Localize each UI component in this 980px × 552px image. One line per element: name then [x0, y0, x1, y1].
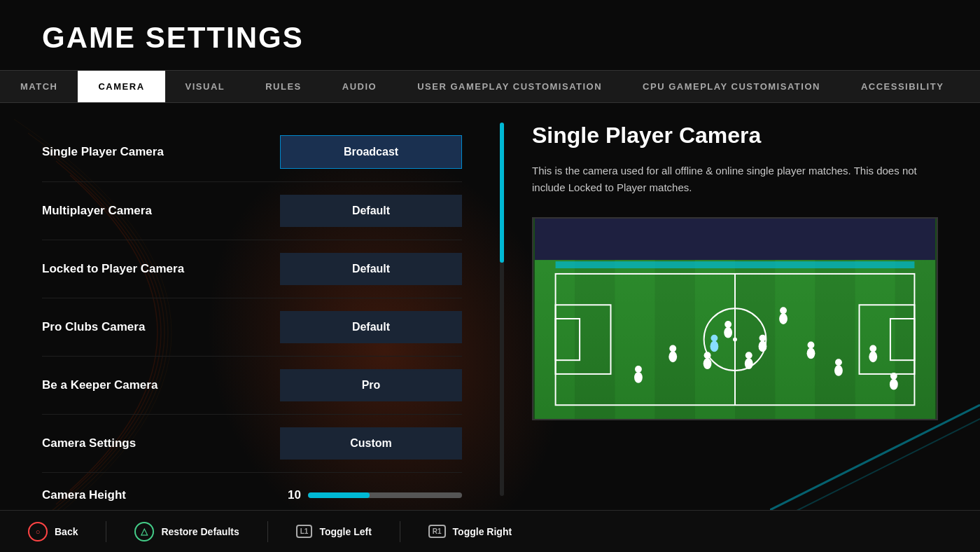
svg-rect-6 [535, 260, 575, 419]
control-hint-toggle-left: L1 Toggle Left [296, 525, 372, 538]
svg-point-37 [869, 345, 876, 352]
main-content: Single Player Camera Broadcast Multiplay… [0, 109, 980, 510]
tab-audio[interactable]: AUDIO [322, 71, 397, 102]
bottom-bar: ○ Back △ Restore Defaults L1 Toggle Left… [0, 510, 980, 552]
tab-cpu-gameplay[interactable]: CPU GAMEPLAY CUSTOMISATION [622, 71, 841, 102]
svg-point-30 [759, 341, 767, 352]
svg-point-41 [724, 321, 732, 328]
setting-label-multiplayer-camera: Multiplayer Camera [42, 204, 280, 218]
restore-label: Restore Defaults [161, 526, 239, 537]
svg-point-39 [780, 307, 787, 314]
toggle-right-icon: R1 [433, 527, 442, 535]
toggle-left-label: Toggle Left [319, 526, 371, 537]
svg-point-43 [746, 352, 752, 359]
back-label: Back [55, 526, 78, 537]
svg-point-46 [710, 341, 718, 352]
tab-visual[interactable]: VISUAL [165, 71, 246, 102]
toggle-left-icon: L1 [300, 527, 309, 535]
setting-label-locked-player-camera: Locked to Player Camera [42, 262, 280, 276]
svg-rect-7 [575, 260, 615, 419]
slider-value-camera-height: 10 [273, 488, 301, 502]
svg-point-19 [733, 338, 737, 342]
page-title: GAME SETTINGS [42, 21, 304, 55]
setting-row-single-player-camera: Single Player Camera Broadcast [42, 123, 462, 182]
tab-match[interactable]: MATCH [0, 71, 78, 102]
dropdown-locked-player-camera[interactable]: Default [280, 253, 462, 285]
settings-panel: Single Player Camera Broadcast Multiplay… [0, 109, 504, 510]
setting-row-locked-player-camera: Locked to Player Camera Default [42, 240, 462, 298]
slider-label-camera-height: Camera Height [42, 488, 273, 502]
setting-row-keeper-camera: Be a Keeper Camera Pro [42, 357, 462, 415]
restore-button-icon[interactable]: △ [134, 522, 154, 541]
setting-label-camera-settings: Camera Settings [42, 436, 280, 450]
back-button-icon[interactable]: ○ [28, 522, 48, 541]
restore-icon: △ [141, 526, 148, 537]
dropdown-single-player-camera[interactable]: Broadcast [280, 135, 462, 169]
setting-control-keeper-camera[interactable]: Pro [280, 369, 462, 401]
svg-rect-13 [815, 260, 855, 419]
dropdown-multiplayer-camera[interactable]: Default [280, 195, 462, 227]
svg-point-24 [634, 372, 643, 383]
setting-label-keeper-camera: Be a Keeper Camera [42, 378, 280, 392]
toggle-left-button-icon[interactable]: L1 [296, 525, 313, 538]
control-hint-back: ○ Back [28, 522, 78, 541]
svg-point-29 [704, 352, 711, 359]
bottom-divider-1 [106, 521, 106, 542]
setting-control-multiplayer-camera[interactable]: Default [280, 195, 462, 227]
setting-row-camera-settings: Camera Settings Custom [42, 415, 462, 473]
svg-point-25 [635, 366, 642, 373]
svg-point-47 [710, 335, 718, 342]
tab-user-gameplay[interactable]: USER GAMEPLAY CUSTOMISATION [397, 71, 622, 102]
svg-point-32 [807, 347, 816, 359]
dropdown-pro-clubs-camera[interactable]: Default [280, 311, 462, 343]
svg-point-36 [869, 351, 877, 362]
svg-point-38 [779, 313, 788, 324]
setting-row-pro-clubs-camera: Pro Clubs Camera Default [42, 298, 462, 357]
svg-rect-12 [775, 260, 815, 419]
slider-fill-camera-height [308, 492, 370, 498]
dropdown-keeper-camera[interactable]: Pro [280, 369, 462, 401]
slider-track-camera-height[interactable] [308, 492, 462, 498]
svg-point-44 [890, 379, 898, 390]
svg-point-28 [704, 358, 712, 369]
slider-row-camera-height: Camera Height 10 [42, 473, 462, 510]
tab-camera[interactable]: CAMERA [78, 71, 164, 102]
tab-navigation: MATCH CAMERA VISUAL RULES AUDIO USER GAM… [0, 70, 980, 103]
setting-control-locked-player-camera[interactable]: Default [280, 253, 462, 285]
svg-point-40 [724, 327, 732, 338]
info-panel-description: This is the camera used for all offline … [532, 163, 945, 196]
control-hint-toggle-right: R1 Toggle Right [428, 525, 512, 538]
svg-rect-11 [735, 260, 775, 419]
svg-rect-48 [556, 261, 915, 268]
setting-control-pro-clubs-camera[interactable]: Default [280, 311, 462, 343]
scroll-thumb [500, 123, 504, 263]
toggle-right-button-icon[interactable]: R1 [428, 525, 446, 538]
setting-control-single-player-camera[interactable]: Broadcast [280, 135, 462, 169]
setting-control-camera-settings[interactable]: Custom [280, 427, 462, 460]
svg-rect-14 [855, 260, 895, 419]
svg-point-34 [834, 365, 843, 376]
svg-point-26 [668, 351, 677, 362]
setting-label-single-player-camera: Single Player Camera [42, 145, 280, 159]
setting-row-multiplayer-camera: Multiplayer Camera Default [42, 182, 462, 240]
svg-rect-4 [535, 219, 935, 260]
control-hint-restore: △ Restore Defaults [134, 522, 239, 541]
svg-point-31 [760, 335, 766, 342]
bottom-divider-2 [267, 521, 268, 542]
setting-label-pro-clubs-camera: Pro Clubs Camera [42, 320, 280, 334]
svg-point-27 [669, 345, 676, 352]
scroll-bar[interactable] [500, 123, 504, 496]
back-icon: ○ [36, 527, 41, 536]
info-panel-title: Single Player Camera [532, 123, 945, 149]
dropdown-camera-settings[interactable]: Custom [280, 427, 462, 460]
svg-point-33 [808, 342, 815, 349]
svg-rect-8 [615, 260, 654, 419]
svg-point-42 [745, 358, 753, 369]
tab-accessibility[interactable]: ACCESSIBILITY [841, 71, 964, 102]
svg-point-35 [835, 359, 842, 366]
svg-rect-9 [655, 260, 695, 419]
tab-rules[interactable]: RULES [245, 71, 322, 102]
info-panel: Single Player Camera This is the camera … [504, 109, 980, 510]
svg-point-45 [890, 373, 897, 380]
toggle-right-label: Toggle Right [453, 526, 512, 537]
